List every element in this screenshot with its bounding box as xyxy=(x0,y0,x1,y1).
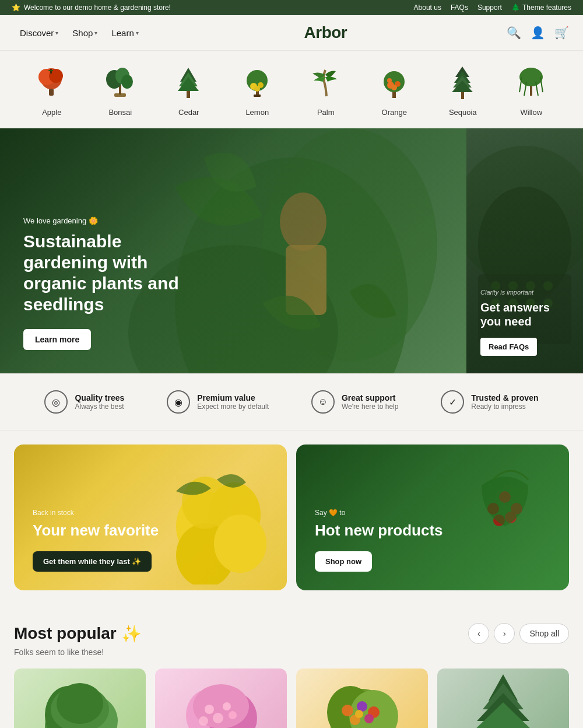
category-lemon[interactable]: Lemon xyxy=(237,62,278,117)
product-grid xyxy=(14,668,569,728)
bonsai-tree-image xyxy=(100,62,141,103)
hero-read-faqs-button[interactable]: Read FAQs xyxy=(480,338,537,356)
premium-value-subtitle: Expect more by default xyxy=(197,402,269,411)
promo-card2-cta-button[interactable]: Shop now xyxy=(315,551,372,572)
svg-rect-27 xyxy=(461,91,464,99)
hero-text: We love gardening 🌼 Sustainable gardenin… xyxy=(23,216,210,350)
top-bar: ⭐ Welcome to our demo home & gardening s… xyxy=(0,0,583,15)
great-support-badge: ☺ Great support We're here to help xyxy=(311,390,398,414)
search-button[interactable]: 🔍 xyxy=(507,26,521,40)
sparkle-icon: ✨ xyxy=(121,624,142,643)
faqs-link[interactable]: FAQs xyxy=(451,4,468,12)
svg-rect-4 xyxy=(48,70,53,71)
top-bar-welcome: ⭐ Welcome to our demo home & gardening s… xyxy=(12,4,171,12)
cart-button[interactable]: 🛒 xyxy=(554,26,569,40)
product-image-3 xyxy=(437,668,569,728)
svg-point-69 xyxy=(205,705,214,714)
hero-side-banner: Clarity is important Get answers you nee… xyxy=(466,128,583,373)
hero-side-text: Clarity is important Get answers you nee… xyxy=(480,289,569,356)
product-card-2[interactable] xyxy=(296,668,428,728)
account-button[interactable]: 👤 xyxy=(531,26,545,40)
shop-all-button[interactable]: Shop all xyxy=(519,624,569,643)
svg-rect-16 xyxy=(254,94,261,97)
svg-point-25 xyxy=(391,85,397,90)
svg-point-72 xyxy=(229,711,237,719)
site-logo[interactable]: Arbor xyxy=(304,23,347,42)
category-bonsai[interactable]: Bonsai xyxy=(100,62,141,117)
promo-card1-title: Your new favorite xyxy=(33,522,159,540)
palm-tree-image xyxy=(305,62,346,103)
svg-point-26 xyxy=(387,78,392,83)
category-apple[interactable]: Apple xyxy=(31,62,72,117)
hero-main-banner: We love gardening 🌼 Sustainable gardenin… xyxy=(0,128,466,373)
svg-point-83 xyxy=(355,710,363,718)
trusted-proven-title: Trusted & proven xyxy=(471,393,538,402)
promo-card-green[interactable]: Say 🧡 to Hot new products Shop now xyxy=(296,444,569,590)
hero-tagline: We love gardening 🌼 xyxy=(23,216,210,225)
product-card-3[interactable] xyxy=(437,668,569,728)
category-cedar[interactable]: Cedar xyxy=(168,62,209,117)
tree-categories: Apple Bonsai Cedar xyxy=(0,51,583,128)
svg-point-78 xyxy=(342,705,353,716)
svg-point-53 xyxy=(214,514,266,573)
category-sequoia[interactable]: Sequoia xyxy=(442,62,483,117)
premium-value-icon: ◉ xyxy=(167,390,190,414)
chevron-down-icon: ▾ xyxy=(94,30,97,36)
support-link[interactable]: Support xyxy=(477,4,502,12)
product-card-1[interactable] xyxy=(155,668,287,728)
main-nav: Discover ▾ Shop ▾ Learn ▾ xyxy=(14,24,145,41)
quality-trees-subtitle: Always the best xyxy=(75,402,124,411)
category-willow-label: Willow xyxy=(520,108,542,117)
popular-section: Most popular ✨ ‹ › Shop all Folks seem t… xyxy=(0,604,583,728)
svg-point-33 xyxy=(519,68,543,86)
svg-point-70 xyxy=(223,702,231,710)
promo-card-yellow[interactable]: Back in stock Your new favorite Get them… xyxy=(14,444,287,590)
product-card-0[interactable] xyxy=(14,668,146,728)
promo-card2-tag: Say 🧡 to xyxy=(315,509,443,517)
promo-card2-title: Hot new products xyxy=(315,522,443,540)
popular-prev-button[interactable]: ‹ xyxy=(468,623,489,644)
discover-nav-item[interactable]: Discover ▾ xyxy=(14,24,64,41)
promo-card1-cta-button[interactable]: Get them while they last ✨ xyxy=(33,551,152,572)
promo-card1-tag: Back in stock xyxy=(33,509,159,517)
svg-point-73 xyxy=(199,716,208,726)
svg-point-10 xyxy=(121,75,133,89)
category-palm-label: Palm xyxy=(317,108,335,117)
category-orange-label: Orange xyxy=(382,108,407,117)
category-lemon-label: Lemon xyxy=(245,108,269,117)
category-palm[interactable]: Palm xyxy=(305,62,346,117)
chevron-down-icon: ▾ xyxy=(136,30,139,36)
hero-learn-more-button[interactable]: Learn more xyxy=(23,329,91,350)
great-support-title: Great support xyxy=(342,393,398,402)
svg-point-82 xyxy=(364,714,374,723)
shop-nav-item[interactable]: Shop ▾ xyxy=(66,24,103,41)
popular-header: Most popular ✨ ‹ › Shop all xyxy=(14,623,569,644)
orange-tree-image xyxy=(374,62,415,103)
learn-nav-item[interactable]: Learn ▾ xyxy=(106,24,144,41)
svg-point-20 xyxy=(254,86,260,92)
premium-value-title: Premium value xyxy=(197,393,269,402)
hero-section: We love gardening 🌼 Sustainable gardenin… xyxy=(0,128,583,373)
lemon-tree-image xyxy=(237,62,278,103)
theme-features-link[interactable]: 🌲 Theme features xyxy=(511,4,571,12)
chevron-down-icon: ▾ xyxy=(55,30,58,36)
product-image-1 xyxy=(155,668,287,728)
category-bonsai-label: Bonsai xyxy=(108,108,132,117)
quality-trees-title: Quality trees xyxy=(75,393,124,402)
category-cedar-label: Cedar xyxy=(178,108,199,117)
popular-next-button[interactable]: › xyxy=(494,623,515,644)
header-icons: 🔍 👤 🛒 xyxy=(507,26,569,40)
category-orange[interactable]: Orange xyxy=(374,62,415,117)
product-image-0 xyxy=(14,668,146,728)
great-support-subtitle: We're here to help xyxy=(342,402,398,411)
header: Discover ▾ Shop ▾ Learn ▾ Arbor 🔍 👤 🛒 xyxy=(0,15,583,51)
about-us-link[interactable]: About us xyxy=(414,4,441,12)
willow-tree-image xyxy=(511,62,552,103)
popular-title: Most popular ✨ xyxy=(14,624,142,643)
svg-point-64 xyxy=(57,683,103,724)
popular-controls: ‹ › Shop all xyxy=(468,623,569,644)
cedar-tree-image xyxy=(168,62,209,103)
hero-title: Sustainable gardening with organic plant… xyxy=(23,231,210,315)
svg-rect-5 xyxy=(49,89,54,96)
category-willow[interactable]: Willow xyxy=(511,62,552,117)
